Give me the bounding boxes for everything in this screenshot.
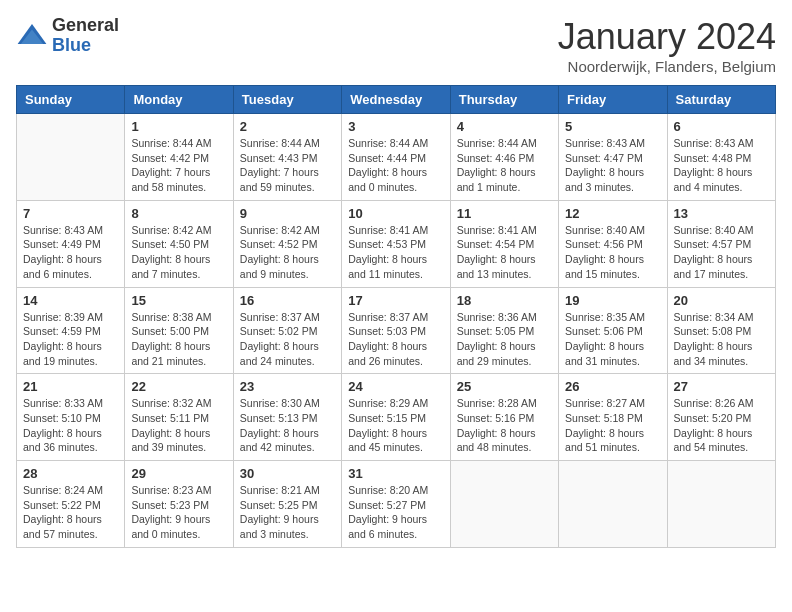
day-number: 21	[23, 379, 118, 394]
day-info: Sunrise: 8:35 AM Sunset: 5:06 PM Dayligh…	[565, 310, 660, 369]
col-wednesday: Wednesday	[342, 86, 450, 114]
day-info: Sunrise: 8:36 AM Sunset: 5:05 PM Dayligh…	[457, 310, 552, 369]
title-area: January 2024 Noorderwijk, Flanders, Belg…	[558, 16, 776, 75]
day-number: 12	[565, 206, 660, 221]
day-info: Sunrise: 8:41 AM Sunset: 4:54 PM Dayligh…	[457, 223, 552, 282]
col-saturday: Saturday	[667, 86, 775, 114]
table-row: 9Sunrise: 8:42 AM Sunset: 4:52 PM Daylig…	[233, 200, 341, 287]
location-text: Noorderwijk, Flanders, Belgium	[558, 58, 776, 75]
table-row: 7Sunrise: 8:43 AM Sunset: 4:49 PM Daylig…	[17, 200, 125, 287]
day-number: 26	[565, 379, 660, 394]
calendar-week-row: 14Sunrise: 8:39 AM Sunset: 4:59 PM Dayli…	[17, 287, 776, 374]
day-info: Sunrise: 8:23 AM Sunset: 5:23 PM Dayligh…	[131, 483, 226, 542]
table-row: 2Sunrise: 8:44 AM Sunset: 4:43 PM Daylig…	[233, 114, 341, 201]
day-number: 2	[240, 119, 335, 134]
day-number: 13	[674, 206, 769, 221]
table-row: 5Sunrise: 8:43 AM Sunset: 4:47 PM Daylig…	[559, 114, 667, 201]
day-info: Sunrise: 8:28 AM Sunset: 5:16 PM Dayligh…	[457, 396, 552, 455]
day-info: Sunrise: 8:32 AM Sunset: 5:11 PM Dayligh…	[131, 396, 226, 455]
day-number: 18	[457, 293, 552, 308]
table-row: 22Sunrise: 8:32 AM Sunset: 5:11 PM Dayli…	[125, 374, 233, 461]
day-number: 28	[23, 466, 118, 481]
day-info: Sunrise: 8:33 AM Sunset: 5:10 PM Dayligh…	[23, 396, 118, 455]
calendar-header-row: Sunday Monday Tuesday Wednesday Thursday…	[17, 86, 776, 114]
day-number: 23	[240, 379, 335, 394]
day-info: Sunrise: 8:37 AM Sunset: 5:03 PM Dayligh…	[348, 310, 443, 369]
calendar-week-row: 1Sunrise: 8:44 AM Sunset: 4:42 PM Daylig…	[17, 114, 776, 201]
table-row: 24Sunrise: 8:29 AM Sunset: 5:15 PM Dayli…	[342, 374, 450, 461]
day-info: Sunrise: 8:29 AM Sunset: 5:15 PM Dayligh…	[348, 396, 443, 455]
day-number: 30	[240, 466, 335, 481]
month-title: January 2024	[558, 16, 776, 58]
table-row: 15Sunrise: 8:38 AM Sunset: 5:00 PM Dayli…	[125, 287, 233, 374]
day-info: Sunrise: 8:21 AM Sunset: 5:25 PM Dayligh…	[240, 483, 335, 542]
day-info: Sunrise: 8:44 AM Sunset: 4:42 PM Dayligh…	[131, 136, 226, 195]
day-info: Sunrise: 8:42 AM Sunset: 4:50 PM Dayligh…	[131, 223, 226, 282]
table-row: 3Sunrise: 8:44 AM Sunset: 4:44 PM Daylig…	[342, 114, 450, 201]
table-row: 1Sunrise: 8:44 AM Sunset: 4:42 PM Daylig…	[125, 114, 233, 201]
day-info: Sunrise: 8:26 AM Sunset: 5:20 PM Dayligh…	[674, 396, 769, 455]
day-info: Sunrise: 8:40 AM Sunset: 4:56 PM Dayligh…	[565, 223, 660, 282]
col-sunday: Sunday	[17, 86, 125, 114]
day-number: 10	[348, 206, 443, 221]
day-info: Sunrise: 8:38 AM Sunset: 5:00 PM Dayligh…	[131, 310, 226, 369]
table-row: 26Sunrise: 8:27 AM Sunset: 5:18 PM Dayli…	[559, 374, 667, 461]
day-number: 4	[457, 119, 552, 134]
day-info: Sunrise: 8:34 AM Sunset: 5:08 PM Dayligh…	[674, 310, 769, 369]
day-number: 9	[240, 206, 335, 221]
table-row: 13Sunrise: 8:40 AM Sunset: 4:57 PM Dayli…	[667, 200, 775, 287]
day-info: Sunrise: 8:43 AM Sunset: 4:49 PM Dayligh…	[23, 223, 118, 282]
day-number: 22	[131, 379, 226, 394]
logo-blue-text: Blue	[52, 36, 119, 56]
day-number: 31	[348, 466, 443, 481]
day-info: Sunrise: 8:27 AM Sunset: 5:18 PM Dayligh…	[565, 396, 660, 455]
day-info: Sunrise: 8:30 AM Sunset: 5:13 PM Dayligh…	[240, 396, 335, 455]
table-row: 20Sunrise: 8:34 AM Sunset: 5:08 PM Dayli…	[667, 287, 775, 374]
day-info: Sunrise: 8:41 AM Sunset: 4:53 PM Dayligh…	[348, 223, 443, 282]
day-info: Sunrise: 8:44 AM Sunset: 4:44 PM Dayligh…	[348, 136, 443, 195]
table-row: 28Sunrise: 8:24 AM Sunset: 5:22 PM Dayli…	[17, 461, 125, 548]
col-monday: Monday	[125, 86, 233, 114]
day-info: Sunrise: 8:40 AM Sunset: 4:57 PM Dayligh…	[674, 223, 769, 282]
calendar-week-row: 7Sunrise: 8:43 AM Sunset: 4:49 PM Daylig…	[17, 200, 776, 287]
table-row: 12Sunrise: 8:40 AM Sunset: 4:56 PM Dayli…	[559, 200, 667, 287]
day-number: 17	[348, 293, 443, 308]
table-row	[559, 461, 667, 548]
calendar-week-row: 28Sunrise: 8:24 AM Sunset: 5:22 PM Dayli…	[17, 461, 776, 548]
day-number: 15	[131, 293, 226, 308]
day-number: 24	[348, 379, 443, 394]
table-row: 16Sunrise: 8:37 AM Sunset: 5:02 PM Dayli…	[233, 287, 341, 374]
day-number: 25	[457, 379, 552, 394]
table-row: 4Sunrise: 8:44 AM Sunset: 4:46 PM Daylig…	[450, 114, 558, 201]
col-friday: Friday	[559, 86, 667, 114]
day-number: 7	[23, 206, 118, 221]
day-number: 19	[565, 293, 660, 308]
day-info: Sunrise: 8:42 AM Sunset: 4:52 PM Dayligh…	[240, 223, 335, 282]
logo-icon	[16, 20, 48, 52]
day-info: Sunrise: 8:37 AM Sunset: 5:02 PM Dayligh…	[240, 310, 335, 369]
day-number: 27	[674, 379, 769, 394]
day-number: 5	[565, 119, 660, 134]
calendar-week-row: 21Sunrise: 8:33 AM Sunset: 5:10 PM Dayli…	[17, 374, 776, 461]
table-row: 25Sunrise: 8:28 AM Sunset: 5:16 PM Dayli…	[450, 374, 558, 461]
day-number: 14	[23, 293, 118, 308]
day-number: 11	[457, 206, 552, 221]
day-number: 8	[131, 206, 226, 221]
table-row: 8Sunrise: 8:42 AM Sunset: 4:50 PM Daylig…	[125, 200, 233, 287]
day-info: Sunrise: 8:44 AM Sunset: 4:46 PM Dayligh…	[457, 136, 552, 195]
logo: General Blue	[16, 16, 119, 56]
day-info: Sunrise: 8:24 AM Sunset: 5:22 PM Dayligh…	[23, 483, 118, 542]
table-row	[17, 114, 125, 201]
col-thursday: Thursday	[450, 86, 558, 114]
day-number: 16	[240, 293, 335, 308]
table-row: 29Sunrise: 8:23 AM Sunset: 5:23 PM Dayli…	[125, 461, 233, 548]
table-row: 6Sunrise: 8:43 AM Sunset: 4:48 PM Daylig…	[667, 114, 775, 201]
table-row: 27Sunrise: 8:26 AM Sunset: 5:20 PM Dayli…	[667, 374, 775, 461]
table-row: 30Sunrise: 8:21 AM Sunset: 5:25 PM Dayli…	[233, 461, 341, 548]
table-row	[450, 461, 558, 548]
table-row: 23Sunrise: 8:30 AM Sunset: 5:13 PM Dayli…	[233, 374, 341, 461]
day-number: 20	[674, 293, 769, 308]
table-row: 10Sunrise: 8:41 AM Sunset: 4:53 PM Dayli…	[342, 200, 450, 287]
day-number: 3	[348, 119, 443, 134]
col-tuesday: Tuesday	[233, 86, 341, 114]
